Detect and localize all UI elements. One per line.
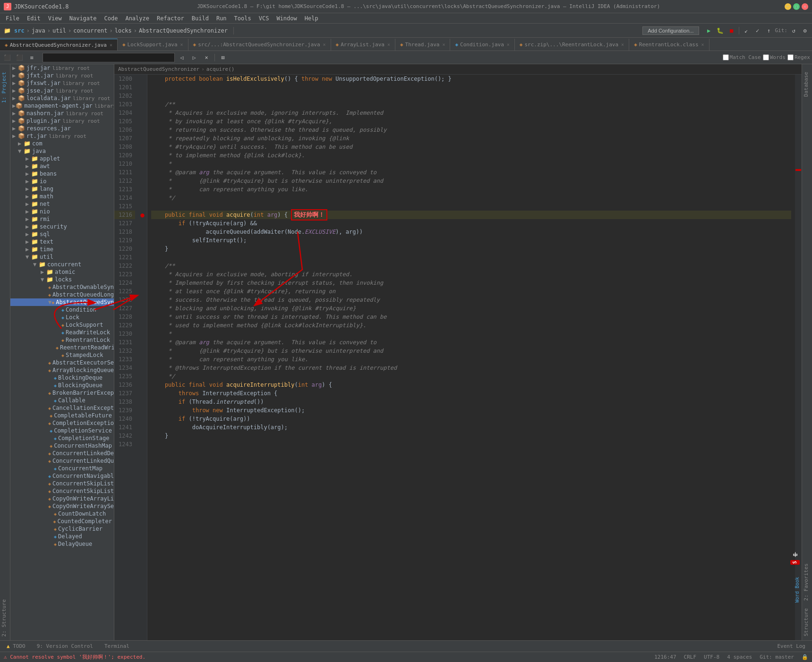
git-update-button[interactable]: ↙ [741, 25, 752, 36]
tree-net[interactable]: ▶ 📁 net [10, 200, 114, 208]
git-revert-button[interactable]: ↺ [788, 25, 799, 36]
tree-copyonwritearraylist[interactable]: ◈ CopyOnWriteArrayList [10, 495, 114, 502]
tree-applet[interactable]: ▶ 📁 applet [10, 155, 114, 162]
search-input[interactable] [43, 53, 175, 62]
tree-jfxswt[interactable]: ▶ 📦 jfxswt.jar library root [10, 79, 114, 87]
tree-abstractexecutor[interactable]: ◈ AbstractExecutorService [10, 359, 114, 366]
menu-window[interactable]: Window [273, 14, 300, 23]
close-button[interactable]: × [802, 3, 808, 10]
menu-navigate[interactable]: Navigate [66, 14, 101, 23]
menu-run[interactable]: Run [213, 14, 231, 23]
tab-abstractqueued[interactable]: ◈ AbstractQueuedSynchronizer.java × [0, 39, 118, 51]
words-checkbox[interactable] [763, 54, 769, 60]
tab-reentrantlock-src[interactable]: ◈ src.zip\...\ReentrantLock.java × [515, 39, 629, 51]
tree-com[interactable]: ▶ 📁 com [10, 140, 114, 147]
tree-delayqueue[interactable]: ◈ DelayQueue [10, 540, 114, 548]
menu-vcs[interactable]: VCS [255, 14, 273, 23]
tree-completionsvc[interactable]: ◈ CompletionService [10, 427, 114, 434]
breadcrumb-method[interactable]: acquire() [206, 66, 235, 72]
tree-cyclicbarrier[interactable]: ◈ CyclicBarrier [10, 525, 114, 533]
add-configuration-button[interactable]: Add Configuration... [642, 26, 699, 35]
tree-abstractqueuedlong[interactable]: ◈ AbstractQueuedLongSynchronizer [10, 291, 114, 298]
sos-icon[interactable]: S中 [790, 560, 800, 565]
tree-localdata[interactable]: ▶ 📦 localdata.jar library root [10, 94, 114, 102]
tab-src-abstractqueued[interactable]: ◈ src/...:AbstractQueuedSynchronizer.jav… [188, 39, 331, 51]
tree-abstractownable[interactable]: ◈ AbstractOwnableSynchronizer [10, 283, 114, 291]
tree-util[interactable]: ▼ 📁 util [10, 253, 114, 261]
menu-tools[interactable]: Tools [231, 14, 255, 23]
tree-concurrentskiplistset[interactable]: ◈ ConcurrentSkipListSet [10, 487, 114, 495]
filter-btn[interactable]: ⊞ [218, 52, 228, 63]
search-nav-btn2[interactable]: ⬛ [14, 52, 25, 63]
tree-math[interactable]: ▶ 📁 math [10, 193, 114, 200]
tree-completionexc[interactable]: ◈ CompletionException [10, 419, 114, 427]
tree-concurrentlinkedqueue[interactable]: ◈ ConcurrentLinkedQueue [10, 457, 114, 465]
tab-thread[interactable]: ◈ Thread.java × [395, 39, 451, 51]
menu-help[interactable]: Help [301, 14, 322, 23]
tree-condition[interactable]: ◈ Condition [10, 306, 114, 314]
code-editor[interactable]: protected boolean isHeldExclusively() { … [147, 75, 795, 640]
tree-readwritelock[interactable]: ◈ ReadWriteLock [10, 329, 114, 336]
tree-jfxt[interactable]: ▶ 📦 jfxt.jar library root [10, 72, 114, 79]
tab-condition[interactable]: ◈ Condition.java × [450, 39, 514, 51]
menu-analyze[interactable]: Analyze [121, 14, 153, 23]
git-commit-button[interactable]: ✓ [752, 25, 763, 36]
tree-locksupport2[interactable]: ◈ LockSupport [10, 321, 114, 329]
tree-plugin[interactable]: ▶ 📦 plugin.jar library root [10, 117, 114, 125]
tree-nio[interactable]: ▶ 📁 nio [10, 208, 114, 215]
tree-concurrentlinkeddeque[interactable]: ◈ ConcurrentLinkedDeque [10, 450, 114, 457]
tree-rmi[interactable]: ▶ 📁 rmi [10, 215, 114, 223]
tree-completionstage[interactable]: ◈ CompletionStage [10, 434, 114, 442]
git-push-button[interactable]: ↑ [764, 25, 774, 36]
tree-delayed[interactable]: ◈ Delayed [10, 533, 114, 540]
words-option[interactable]: Words [763, 54, 786, 60]
tree-countdownlatch[interactable]: ◈ CountDownLatch [10, 510, 114, 518]
structure-tab-left[interactable]: 2: Structure [0, 595, 10, 640]
tree-sql[interactable]: ▶ 📁 sql [10, 230, 114, 238]
tab-reentrantlock-class[interactable]: ◈ ReentrantLock.class × [629, 39, 709, 51]
search-next-btn[interactable]: ▷ [189, 52, 199, 63]
minimize-button[interactable]: ─ [785, 3, 791, 10]
version-control-tab[interactable]: 9: Version Control [34, 642, 96, 650]
tree-reentrantlock2[interactable]: ◈ ReentrantLock [10, 336, 114, 344]
settings-button[interactable]: ⚙ [800, 25, 810, 36]
tree-concurrentmap[interactable]: ◈ ConcurrentMap [10, 465, 114, 472]
search-nav-btn1[interactable]: ⬛ [2, 52, 12, 63]
tree-locks[interactable]: ▼ 📁 locks [10, 276, 114, 283]
todo-tab[interactable]: ▲ TODO [4, 642, 28, 650]
tree-brokenbarrier[interactable]: ◈ BrokenBarrierException [10, 389, 114, 397]
project-tab[interactable]: 1: Project [0, 68, 10, 107]
tree-blockingdeque[interactable]: ◈ BlockingDeque [10, 374, 114, 382]
stop-button[interactable]: ■ [727, 25, 737, 36]
menu-refactor[interactable]: Refactor [153, 14, 188, 23]
tree-nashorn[interactable]: ▶ 📦 nashorn.jar library root [10, 110, 114, 117]
menu-build[interactable]: Build [188, 14, 213, 23]
tree-cancellation[interactable]: ◈ CancellationException [10, 404, 114, 412]
tree-java[interactable]: ▼ 📁 java [10, 147, 114, 155]
menu-file[interactable]: File [2, 14, 23, 23]
match-case-option[interactable]: Match Case [723, 54, 761, 60]
tab-close-locksupport[interactable]: × [180, 42, 183, 47]
terminal-tab[interactable]: Terminal [102, 642, 132, 650]
event-log-tab[interactable]: Event Log [774, 642, 808, 650]
tree-blockingqueue[interactable]: ◈ BlockingQueue [10, 382, 114, 389]
tree-jsse[interactable]: ▶ 📦 jsse.jar library root [10, 87, 114, 94]
tree-stampedlock[interactable]: ◈ StampedLock [10, 351, 114, 359]
tree-countedcompleter[interactable]: ◈ CountedCompleter [10, 518, 114, 525]
tree-completablefuture[interactable]: ◈ CompletableFuture [10, 412, 114, 419]
match-case-checkbox[interactable] [723, 54, 729, 60]
tree-concurrent[interactable]: ▼ 📁 concurrent [10, 261, 114, 268]
search-close-btn[interactable]: × [201, 52, 212, 63]
menu-code[interactable]: Code [101, 14, 122, 23]
tab-arraylist[interactable]: ◈ ArrayList.java × [331, 39, 395, 51]
run-button[interactable]: ▶ [704, 25, 714, 36]
tree-jfr[interactable]: ▶ 📦 jfr.jar library root [10, 64, 114, 72]
search-prev-btn[interactable]: ◁ [177, 52, 187, 63]
regex-checkbox[interactable] [787, 54, 794, 60]
tree-beans[interactable]: ▶ 📁 beans [10, 170, 114, 178]
tree-rt[interactable]: ▶ 📦 rt.jar library root [10, 132, 114, 140]
favorites-tab[interactable]: 2: Favorites [802, 560, 812, 604]
database-tab[interactable]: Database [802, 68, 812, 101]
tree-concurrentskiplistmap[interactable]: ◈ ConcurrentSkipListMap [10, 480, 114, 487]
tree-copyonwritearrayset[interactable]: ◈ CopyOnWriteArraySet [10, 502, 114, 510]
